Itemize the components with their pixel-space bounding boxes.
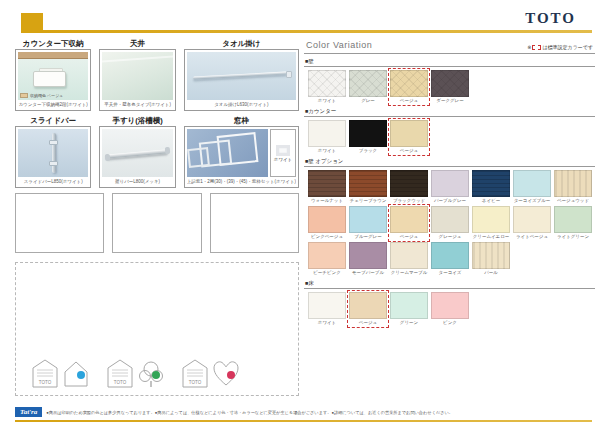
- color-swatch-label: ピーチピンク: [308, 269, 346, 276]
- color-swatch-cell: ブルーグレー: [349, 206, 387, 240]
- towel-bar: [193, 72, 287, 80]
- color-swatch-label: パール: [472, 269, 510, 276]
- red-dashed-box-icon: [532, 45, 541, 50]
- color-swatch-cell: クリームマーブル: [390, 242, 428, 276]
- color-swatch-label: ベージュ: [349, 319, 387, 326]
- product-panel-window-frame: 窓枠 ホワイト 上記窓1・2用(30)・(39)・(45)・窓枠セット(ホワイト…: [184, 115, 299, 188]
- color-swatch: [554, 206, 592, 233]
- color-swatch-cell: チェリーブラウン: [349, 170, 387, 204]
- empty-panel: [15, 193, 104, 253]
- color-swatch-label: ネイビー: [472, 197, 510, 204]
- color-swatch: [349, 70, 387, 97]
- color-section-label: ■壁 オプション: [304, 156, 595, 167]
- color-swatch-cell: パープルグレー: [431, 170, 469, 204]
- color-swatch-cell-highlighted: ベージュ: [390, 206, 428, 240]
- legend-text: 収納棚色 ベージュ: [30, 93, 63, 98]
- color-swatch-cell: ブラック: [349, 120, 387, 154]
- color-swatch: [390, 170, 428, 197]
- grab-bar-cap: [105, 154, 111, 161]
- color-swatch: [472, 206, 510, 233]
- counter-top-edge: [18, 52, 88, 59]
- slide-bar-holder: [49, 140, 58, 145]
- color-swatch-cell: ネイビー: [472, 170, 510, 204]
- product-caption: 上記窓1・2用(30)・(39)・(45)・窓枠セット(ホワイト): [187, 177, 296, 185]
- color-swatch: [554, 170, 592, 197]
- color-swatch: [390, 242, 428, 269]
- color-swatch-label: ベージュ: [390, 147, 428, 154]
- color-swatch-label: チェリーブラウン: [349, 197, 387, 204]
- svg-text:TOTO: TOTO: [39, 380, 52, 385]
- color-swatch-label: ベージュウッド: [554, 197, 592, 204]
- color-swatch-cell: ピンク: [431, 292, 469, 326]
- frame-color-label: ホワイト: [274, 157, 292, 162]
- frame-glyph: [276, 145, 290, 156]
- color-swatch: [308, 206, 346, 233]
- note-suffix: は標準設定カラーです: [542, 44, 593, 50]
- color-section: ■床 ホワイト ベージュ グリーン ピンク: [304, 278, 595, 326]
- color-swatch: [308, 292, 346, 319]
- product-panel-grab-bar: 手すり(浴槽横) 握りバーL800(メッキ): [99, 115, 175, 188]
- swatch-row: ホワイト ベージュ グリーン ピンク: [304, 289, 595, 326]
- color-swatch: [472, 170, 510, 197]
- grab-bar-cap: [165, 147, 171, 154]
- page-header: TOTO: [0, 0, 600, 38]
- eco-tag-icon: TOTO: [105, 357, 135, 389]
- color-swatch-label: ベージュ: [390, 97, 428, 104]
- color-swatch-cell: グレージュ: [431, 206, 469, 240]
- eco-labels-row: TOTO TOTO TOTO: [30, 357, 241, 389]
- eco-label-group-house: TOTO: [30, 357, 91, 389]
- empty-panels-row: [15, 193, 299, 253]
- color-variation-header: Color Variation ※ は標準設定カラーです: [304, 38, 595, 54]
- product-caption: カウンター下収納棚2段(ホワイト): [18, 100, 88, 108]
- eco-label-group-heart: TOTO: [180, 357, 241, 389]
- products-grid: カウンター下収納 収納棚色 ベージュ カウンター下収納棚2段(ホワイト) 天井 …: [15, 38, 299, 188]
- color-swatch-label: グリーン: [390, 319, 428, 326]
- color-swatch: [390, 206, 428, 233]
- color-swatch: [308, 120, 346, 147]
- color-swatch-label: ホワイト: [308, 147, 346, 154]
- notes-dashed-box: TOTO TOTO TOTO: [15, 262, 299, 396]
- color-swatch-cell: ダークグレー: [431, 70, 469, 104]
- color-swatch-cell: ライトグリーン: [554, 206, 592, 240]
- product-caption: スライドバーL850(ホワイト): [18, 177, 88, 185]
- swatch-row: ウォールナット チェリーブラウン ブラックウッド パープルグレー ネイビー ター…: [304, 167, 595, 276]
- color-swatch-cell: ベージュウッド: [554, 170, 592, 204]
- color-swatch-cell: ホワイト: [308, 120, 346, 154]
- slide-bar: [52, 133, 56, 173]
- color-swatch: [390, 292, 428, 319]
- product-title: タオル掛け: [184, 38, 299, 49]
- product-title: 窓枠: [184, 115, 299, 126]
- color-swatch-cell: モーブパープル: [349, 242, 387, 276]
- color-section-label: ■カウンター: [304, 106, 595, 117]
- color-section-label: ■壁: [304, 56, 595, 67]
- color-swatch-label: クリームマーブル: [390, 269, 428, 276]
- window-frame-photo: ホワイト: [187, 129, 296, 177]
- color-swatch-cell: ピンクベージュ: [308, 206, 346, 240]
- color-swatch-label: ブラック: [349, 147, 387, 154]
- color-swatch-cell: ピーチピンク: [308, 242, 346, 276]
- color-swatch-label: ライトグリーン: [554, 233, 592, 240]
- house-outline-icon: [61, 357, 91, 389]
- product-title: 手すり(浴槽横): [99, 115, 175, 126]
- color-section-label: ■床: [304, 278, 595, 289]
- color-swatch-label: ホワイト: [308, 97, 346, 104]
- empty-panel: [112, 193, 201, 253]
- color-swatch-label: ブルーグレー: [349, 233, 387, 240]
- color-swatch: [308, 70, 346, 97]
- color-variation-note: ※ は標準設定カラーです: [527, 44, 593, 50]
- color-swatch: [308, 242, 346, 269]
- grab-bar-photo: [102, 129, 172, 177]
- color-section: ■壁 オプション ウォールナット チェリーブラウン ブラックウッド パープルグレ…: [304, 156, 595, 276]
- towel-rack-photo: [187, 52, 296, 100]
- color-section: ■カウンター ホワイト ブラック ベージュ: [304, 106, 595, 154]
- color-swatch-cell: ライトベージュ: [513, 206, 551, 240]
- color-swatch-cell: ターコイズブルー: [513, 170, 551, 204]
- color-swatch-label: ピンク: [431, 319, 469, 326]
- color-swatch-label: ベージュ: [390, 233, 428, 240]
- slide-bar-holder: [49, 161, 58, 166]
- color-swatch-cell-highlighted: ベージュ: [390, 120, 428, 154]
- color-swatch-cell: ホワイト: [308, 292, 346, 326]
- color-swatch: [431, 206, 469, 233]
- swatch-row: ホワイト グレー ベージュ ダークグレー: [304, 67, 595, 104]
- color-swatch-label: パープルグレー: [431, 197, 469, 204]
